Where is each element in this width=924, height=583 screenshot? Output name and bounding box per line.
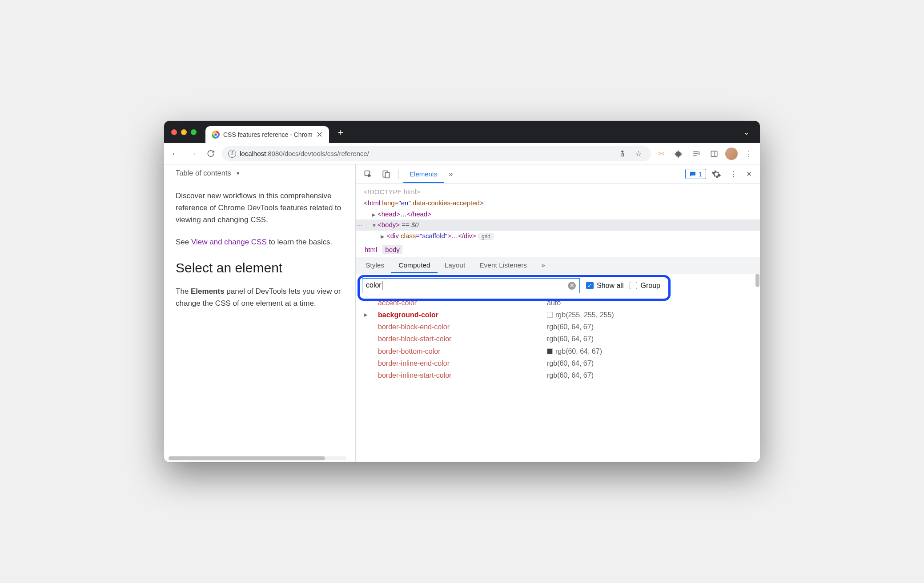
toc-label: Table of contents — [176, 170, 231, 177]
devtools-menu-button[interactable]: ⋮ — [727, 167, 741, 181]
tabs-dropdown-button[interactable]: ⌄ — [743, 128, 749, 136]
maximize-window-button[interactable] — [191, 129, 197, 135]
property-name: background-color — [370, 309, 547, 321]
elements-panel-paragraph: The Elements panel of DevTools lets you … — [176, 285, 343, 309]
clear-filter-icon[interactable]: ✕ — [568, 282, 576, 290]
property-name: border-inline-start-color — [370, 369, 547, 381]
computed-property-row[interactable]: ▶background-colorrgb(255, 255, 255) — [364, 309, 760, 321]
property-name: border-bottom-color — [370, 345, 547, 357]
elements-tab[interactable]: Elements — [403, 166, 444, 182]
computed-property-row[interactable]: border-bottom-colorrgb(60, 64, 67) — [364, 345, 760, 357]
computed-property-row[interactable]: border-inline-start-colorrgb(60, 64, 67) — [364, 369, 760, 381]
property-value: rgb(60, 64, 67) — [547, 345, 602, 357]
property-name: border-inline-end-color — [370, 357, 547, 369]
div-scaffold-node[interactable]: <div class="scaffold">…</div> grid — [356, 231, 760, 242]
profile-avatar[interactable] — [725, 148, 738, 160]
body-node-selected[interactable]: <body> == $0 — [356, 220, 760, 231]
svg-rect-0 — [711, 151, 717, 156]
inspect-element-icon[interactable] — [360, 167, 376, 181]
site-info-icon[interactable]: i — [228, 150, 236, 158]
content-area: Table of contents ▼ Discover new workflo… — [164, 164, 760, 462]
grid-badge[interactable]: grid — [478, 233, 494, 240]
toc-toggle[interactable]: Table of contents ▼ — [176, 170, 343, 177]
property-name: border-block-end-color — [370, 321, 547, 333]
issues-count: 1 — [699, 170, 702, 178]
crumb-html[interactable]: html — [362, 245, 380, 254]
expand-arrow-icon[interactable] — [381, 231, 386, 242]
view-change-css-link[interactable]: View and change CSS — [191, 238, 267, 246]
side-panel-icon[interactable] — [707, 148, 721, 160]
group-checkbox[interactable]: Group — [630, 282, 660, 290]
filter-text: color — [366, 281, 564, 290]
tab-event-listeners[interactable]: Event Listeners — [472, 258, 534, 273]
property-name: border-block-start-color — [370, 333, 547, 345]
share-icon[interactable] — [616, 148, 629, 159]
browser-window: CSS features reference - Chrom ✕ ＋ ⌄ ← →… — [164, 121, 760, 462]
filter-bar: color ✕ ✓ Show all Group — [356, 274, 760, 297]
address-bar[interactable]: i localhost:8080/docs/devtools/css/refer… — [222, 146, 651, 161]
see-also-paragraph: See View and change CSS to learn the bas… — [176, 236, 343, 248]
horizontal-scrollbar[interactable] — [169, 456, 346, 460]
doctype-node[interactable]: <!DOCTYPE html> — [356, 187, 760, 198]
color-swatch-icon[interactable] — [547, 348, 553, 354]
filter-input[interactable]: color ✕ — [362, 278, 580, 293]
property-value: rgb(60, 64, 67) — [547, 333, 594, 345]
property-name: accent-color — [370, 297, 547, 309]
svg-rect-4 — [385, 172, 389, 178]
reload-button[interactable] — [204, 147, 217, 160]
browser-toolbar: ← → i localhost:8080/docs/devtools/css/r… — [164, 143, 760, 164]
close-window-button[interactable] — [171, 129, 177, 135]
browser-tab[interactable]: CSS features reference - Chrom ✕ — [205, 126, 329, 143]
device-toggle-icon[interactable] — [378, 167, 394, 181]
breadcrumb: html body — [356, 242, 760, 257]
chrome-favicon-icon — [212, 131, 220, 139]
new-tab-button[interactable]: ＋ — [336, 126, 345, 138]
intro-paragraph: Discover new workflows in this comprehen… — [176, 190, 343, 226]
chevron-down-icon: ▼ — [236, 171, 241, 176]
bookmark-star-icon[interactable]: ☆ — [632, 147, 645, 160]
collapse-arrow-icon[interactable] — [372, 220, 378, 231]
url-text: localhost:8080/docs/devtools/css/referen… — [240, 150, 612, 157]
expand-arrow-icon[interactable]: ▶ — [364, 311, 370, 319]
close-devtools-button[interactable]: ✕ — [743, 167, 755, 181]
head-node[interactable]: <head>…</head> — [356, 209, 760, 220]
minimize-window-button[interactable] — [181, 129, 187, 135]
computed-properties-list: accent-colorauto▶background-colorrgb(255… — [356, 297, 760, 462]
tab-computed[interactable]: Computed — [391, 258, 438, 273]
select-element-heading: Select an element — [176, 260, 343, 276]
crumb-body[interactable]: body — [382, 245, 402, 254]
issues-badge[interactable]: 1 — [685, 169, 706, 179]
tab-title: CSS features reference - Chrom — [223, 131, 313, 138]
property-value: auto — [547, 297, 561, 309]
expand-arrow-icon[interactable] — [372, 209, 378, 220]
property-value: rgb(60, 64, 67) — [547, 369, 594, 381]
show-all-label: Show all — [597, 282, 623, 290]
show-all-checkbox[interactable]: ✓ Show all — [586, 282, 623, 290]
more-tabs-button[interactable]: » — [446, 168, 457, 181]
checkbox-checked-icon: ✓ — [586, 282, 594, 289]
page-content: Table of contents ▼ Discover new workflo… — [164, 164, 355, 462]
close-tab-button[interactable]: ✕ — [316, 130, 323, 140]
devtools-header: Elements » 1 ⋮ ✕ — [356, 164, 760, 184]
checkbox-unchecked-icon — [630, 282, 637, 289]
computed-property-row[interactable]: border-inline-end-colorrgb(60, 64, 67) — [364, 357, 760, 369]
group-label: Group — [640, 282, 660, 290]
color-swatch-icon[interactable] — [547, 312, 553, 318]
more-styles-tabs[interactable]: » — [534, 258, 552, 273]
devtools-panel: Elements » 1 ⋮ ✕ <!DOCTYPE html> <html l… — [355, 164, 760, 462]
property-value: rgb(60, 64, 67) — [547, 321, 594, 333]
forward-button[interactable]: → — [186, 146, 200, 161]
computed-property-row[interactable]: accent-colorauto — [364, 297, 760, 309]
computed-property-row[interactable]: border-block-start-colorrgb(60, 64, 67) — [364, 333, 760, 345]
reading-list-icon[interactable] — [690, 148, 703, 160]
settings-gear-icon[interactable] — [708, 167, 725, 182]
tab-layout[interactable]: Layout — [438, 258, 473, 273]
html-node[interactable]: <html lang="en" data-cookies-accepted> — [356, 198, 760, 209]
scissors-icon[interactable]: ✂ — [655, 147, 667, 160]
computed-property-row[interactable]: border-block-end-colorrgb(60, 64, 67) — [364, 321, 760, 333]
extensions-icon[interactable] — [672, 148, 685, 160]
titlebar: CSS features reference - Chrom ✕ ＋ ⌄ — [164, 121, 760, 143]
browser-menu-button[interactable]: ⋮ — [742, 147, 755, 160]
back-button[interactable]: ← — [169, 146, 182, 161]
tab-styles[interactable]: Styles — [358, 258, 391, 273]
